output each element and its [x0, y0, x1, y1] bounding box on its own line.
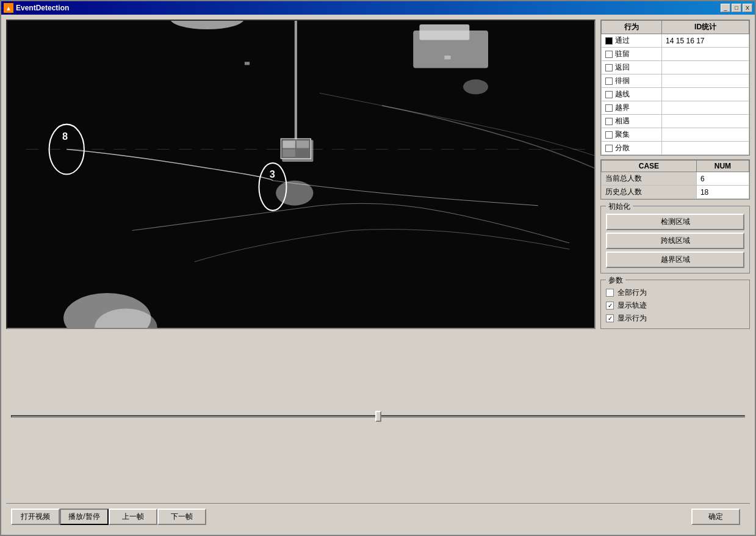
behavior-row: 徘徊	[602, 74, 749, 88]
svg-rect-21	[283, 150, 295, 157]
init-group-content: 检测区域 跨线区域 越界区域	[606, 214, 744, 268]
cross-boundary-button[interactable]: 越界区域	[606, 252, 744, 268]
svg-point-14	[463, 79, 488, 95]
svg-rect-0	[7, 21, 594, 328]
svg-rect-5	[419, 24, 469, 40]
open-video-button[interactable]: 打开视频	[11, 509, 60, 525]
param-checkbox-0[interactable]	[606, 289, 614, 297]
behavior-label-0: 通过	[615, 35, 630, 46]
close-button[interactable]: X	[743, 4, 752, 12]
behavior-checkbox-3[interactable]	[605, 78, 613, 85]
behavior-ids-6	[662, 115, 749, 128]
behavior-row: 返回	[602, 61, 749, 74]
behavior-ids-4	[662, 88, 749, 101]
param-checkbox-row-0: 全部行为	[606, 288, 744, 298]
id-col-header: ID统计	[662, 21, 749, 34]
confirm-button[interactable]: 确定	[691, 509, 740, 525]
behavior-ids-8	[662, 142, 749, 155]
init-groupbox: 初始化 检测区域 跨线区域 越界区域	[600, 206, 750, 273]
case-table: CASE NUM 当前总人数6历史总人数18	[600, 159, 750, 200]
behavior-checkbox-8[interactable]	[605, 145, 613, 152]
behavior-label-3: 徘徊	[615, 76, 630, 86]
svg-rect-13	[444, 56, 450, 59]
svg-text:8: 8	[62, 131, 68, 142]
behavior-ids-1	[662, 48, 749, 61]
video-background: 8 3	[7, 21, 594, 328]
init-group-title: 初始化	[606, 201, 633, 212]
case-label-1: 历史总人数	[602, 186, 697, 199]
app-icon: ▲	[4, 3, 13, 13]
prev-frame-button[interactable]: 上一帧	[109, 509, 157, 525]
params-group-title: 参数	[606, 275, 625, 286]
behavior-row: 分散	[602, 142, 749, 155]
behavior-label-7: 聚集	[615, 129, 630, 140]
params-group-content: 全部行为显示轨迹显示行为	[606, 288, 744, 324]
behavior-row: 越界	[602, 101, 749, 115]
behavior-ids-2	[662, 61, 749, 74]
window-body: 8 3	[1, 15, 755, 535]
behavior-checkbox-7[interactable]	[605, 131, 613, 139]
window-controls: _ □ X	[721, 4, 752, 12]
param-checkbox-row-2: 显示行为	[606, 313, 744, 324]
behavior-label-5: 越界	[615, 103, 630, 113]
param-checkbox-row-1: 显示轨迹	[606, 300, 744, 311]
param-label-2: 显示行为	[617, 313, 647, 324]
behavior-row: 通过14 15 16 17	[602, 34, 749, 48]
param-label-0: 全部行为	[617, 288, 647, 298]
main-window: ▲ EventDetection _ □ X	[0, 0, 756, 536]
params-groupbox: 参数 全部行为显示轨迹显示行为	[600, 280, 750, 329]
behavior-ids-3	[662, 74, 749, 88]
svg-rect-20	[283, 140, 295, 148]
behavior-label-4: 越线	[615, 89, 630, 100]
video-scene: 8 3	[7, 21, 594, 328]
param-checkbox-2[interactable]	[606, 314, 614, 322]
main-area: 8 3	[6, 20, 750, 329]
cross-line-button[interactable]: 跨线区域	[606, 233, 744, 249]
behavior-row: 相遇	[602, 115, 749, 128]
svg-rect-12	[245, 62, 250, 65]
behavior-checkbox-6[interactable]	[605, 118, 613, 125]
minimize-button[interactable]: _	[721, 4, 730, 12]
case-value-1: 18	[696, 186, 749, 199]
play-pause-button[interactable]: 播放/暂停	[60, 509, 109, 525]
playback-slider-thumb[interactable]	[375, 411, 381, 422]
behavior-col-header: 行为	[602, 21, 662, 34]
behavior-label-2: 返回	[615, 62, 630, 73]
behavior-label-8: 分散	[615, 143, 630, 153]
slider-container	[6, 333, 750, 499]
behavior-ids-7	[662, 128, 749, 142]
next-frame-button[interactable]: 下一帧	[157, 509, 206, 525]
maximize-button[interactable]: □	[732, 4, 741, 12]
right-panel: 行为 ID统计 通过14 15 16 17驻留返回徘徊越线越界相遇聚集分散	[600, 20, 750, 329]
param-checkbox-1[interactable]	[606, 302, 614, 310]
case-row-1: 历史总人数18	[602, 186, 749, 199]
behavior-checkbox-2[interactable]	[605, 64, 613, 71]
svg-rect-6	[295, 21, 297, 143]
title-bar: ▲ EventDetection _ □ X	[1, 1, 755, 15]
video-panel: 8 3	[6, 20, 596, 329]
behavior-row: 聚集	[602, 128, 749, 142]
svg-rect-22	[297, 140, 309, 148]
param-label-1: 显示轨迹	[617, 300, 647, 311]
behavior-checkbox-0[interactable]	[605, 37, 613, 45]
behavior-label-6: 相遇	[615, 116, 630, 126]
behavior-row: 驻留	[602, 48, 749, 61]
bottom-buttons-left: 打开视频 播放/暂停 上一帧 下一帧	[6, 506, 211, 527]
detect-region-button[interactable]: 检测区域	[606, 214, 744, 230]
behavior-label-1: 驻留	[615, 49, 630, 59]
case-label-0: 当前总人数	[602, 172, 697, 186]
window-title: EventDetection	[16, 4, 721, 12]
behavior-checkbox-4[interactable]	[605, 91, 613, 98]
behavior-row: 越线	[602, 88, 749, 101]
behavior-table: 行为 ID统计 通过14 15 16 17驻留返回徘徊越线越界相遇聚集分散	[600, 20, 750, 156]
behavior-ids-5	[662, 101, 749, 115]
svg-text:3: 3	[270, 168, 275, 179]
behavior-checkbox-1[interactable]	[605, 51, 613, 58]
svg-point-11	[276, 181, 313, 206]
behavior-ids-0: 14 15 16 17	[662, 34, 749, 48]
playback-slider-track[interactable]	[11, 415, 745, 418]
bottom-bar: 打开视频 播放/暂停 上一帧 下一帧 确定	[6, 503, 750, 530]
case-col-header: CASE	[602, 161, 697, 172]
behavior-checkbox-5[interactable]	[605, 104, 613, 112]
case-row-0: 当前总人数6	[602, 172, 749, 186]
